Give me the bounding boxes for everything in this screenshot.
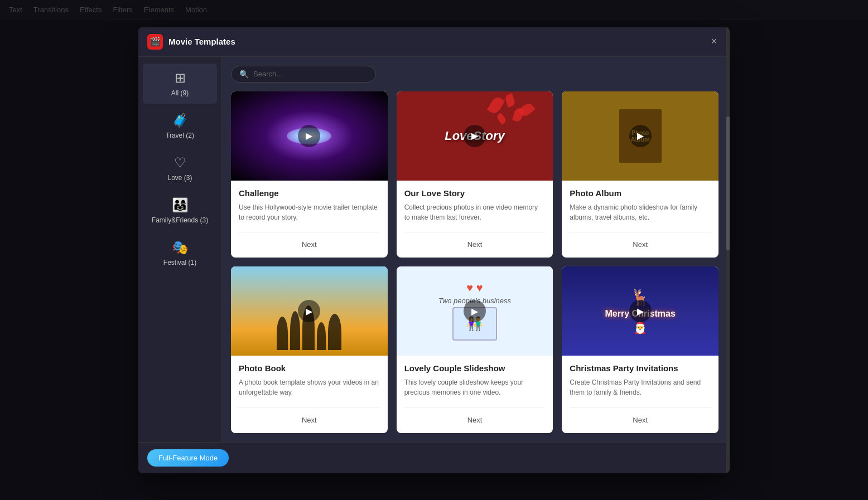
all-icon: ⊞ [175, 70, 186, 86]
festival-icon: 🎭 [172, 240, 189, 255]
template-card-couple: ♥ ♥ Two people's business 👫 ▶ Lovely Cou… [397, 266, 553, 433]
card-body-love: Our Love Story Collect precious photos i… [397, 181, 553, 258]
thumb-christmas: 🦌 Merry Christmas 🎅 ▶ [562, 266, 718, 356]
card-desc-couple: This lovely couple slideshow keeps your … [404, 377, 546, 401]
divider [570, 407, 711, 408]
card-title-love: Our Love Story [404, 188, 546, 198]
thumb-couple: ♥ ♥ Two people's business 👫 ▶ [397, 266, 553, 356]
silhouette-4 [317, 322, 326, 350]
card-desc-photobook: A photo book template shows your videos … [239, 377, 380, 401]
silhouette-2 [290, 311, 300, 350]
card-body-couple: Lovely Couple Slideshow This lovely coup… [397, 356, 553, 433]
thumb-love: LoveStory ▶ [397, 91, 553, 181]
thumb-album: Photo Album ▶ [562, 91, 718, 181]
card-title-album: Photo Album [570, 188, 711, 198]
family-icon: 👨‍👩‍👧 [172, 197, 189, 213]
template-card-love-story: LoveStory ▶ Our Love Story Collect preci… [397, 91, 553, 258]
santa-icon: 🎅 [633, 321, 647, 334]
divider [239, 232, 380, 232]
card-body-christmas: Christmas Party Invitations Create Chris… [562, 356, 718, 433]
scroll-thumb[interactable] [726, 116, 730, 250]
next-button-challenge[interactable]: Next [239, 239, 380, 250]
card-desc-challenge: Use this Hollywood-style movie trailer t… [239, 202, 380, 226]
template-card-photobook: ▶ Photo Book A photo book template shows… [231, 266, 388, 433]
play-button-album[interactable]: ▶ [629, 125, 652, 147]
all-label: All (9) [171, 89, 189, 97]
modal-title: Movie Templates [168, 37, 707, 46]
app-logo: 🎬 [147, 34, 163, 50]
play-button-love[interactable]: ▶ [464, 125, 486, 147]
card-desc-album: Make a dynamic photo slideshow for famil… [570, 202, 711, 226]
divider [239, 407, 380, 408]
play-button-challenge[interactable]: ▶ [298, 125, 320, 147]
card-title-photobook: Photo Book [239, 363, 380, 373]
card-body-challenge: Challenge Use this Hollywood-style movie… [231, 181, 388, 258]
thumb-challenge: ▶ [231, 91, 388, 181]
play-button-couple[interactable]: ▶ [464, 300, 486, 322]
card-body-album: Photo Album Make a dynamic photo slidesh… [562, 181, 718, 258]
card-title-challenge: Challenge [239, 188, 380, 198]
next-button-photobook[interactable]: Next [239, 415, 380, 425]
search-bar[interactable]: 🔍 [231, 66, 376, 82]
divider [570, 232, 711, 232]
card-desc-love: Collect precious photos in one video mem… [404, 202, 546, 226]
card-title-couple: Lovely Couple Slideshow [404, 363, 546, 373]
travel-label: Travel (2) [166, 132, 194, 139]
template-card-christmas: 🦌 Merry Christmas 🎅 ▶ Christmas Party In… [562, 266, 718, 433]
search-icon: 🔍 [239, 70, 249, 79]
family-label: Family&Friends (3) [152, 216, 208, 224]
template-content: 🔍 ▶ Challenge Use this Hollywood-style m… [222, 57, 730, 442]
scrollbar[interactable] [726, 57, 730, 442]
card-title-christmas: Christmas Party Invitations [570, 363, 711, 373]
modal-body: ⊞ All (9) 🧳 Travel (2) ♡ Love (3) 👨‍👩‍👧 … [138, 57, 730, 442]
card-desc-christmas: Create Christmas Party Invitations and s… [570, 377, 711, 401]
search-input[interactable] [253, 70, 368, 78]
play-button-christmas[interactable]: ▶ [629, 300, 652, 322]
heart-icon: ♥ ♥ [466, 281, 483, 294]
card-body-photobook: Photo Book A photo book template shows y… [231, 356, 388, 433]
love-label: Love (3) [167, 174, 192, 182]
travel-icon: 🧳 [172, 113, 189, 128]
next-button-love[interactable]: Next [404, 239, 546, 250]
love-icon: ♡ [174, 155, 186, 171]
sidebar-item-festival[interactable]: 🎭 Festival (1) [143, 233, 217, 273]
template-grid: ▶ Challenge Use this Hollywood-style mov… [231, 91, 721, 433]
divider [404, 407, 546, 408]
next-button-couple[interactable]: Next [404, 415, 546, 425]
silhouette-5 [328, 314, 341, 350]
festival-label: Festival (1) [163, 259, 196, 266]
next-button-album[interactable]: Next [570, 239, 711, 250]
full-feature-button[interactable]: Full-Feature Mode [147, 449, 229, 467]
close-button[interactable]: × [707, 35, 721, 48]
movie-templates-modal: 🎬 Movie Templates × ⊞ All (9) 🧳 Travel (… [138, 27, 730, 473]
play-button-photobook[interactable]: ▶ [298, 300, 320, 322]
template-card-album: Photo Album ▶ Photo Album Make a dynamic… [562, 91, 718, 258]
modal-footer: Full-Feature Mode [138, 442, 730, 473]
template-card-challenge: ▶ Challenge Use this Hollywood-style mov… [231, 91, 388, 258]
next-button-christmas[interactable]: Next [570, 415, 711, 425]
category-sidebar: ⊞ All (9) 🧳 Travel (2) ♡ Love (3) 👨‍👩‍👧 … [138, 57, 222, 442]
silhouette-1 [277, 317, 288, 350]
sidebar-item-family[interactable]: 👨‍👩‍👧 Family&Friends (3) [143, 191, 217, 231]
sidebar-item-all[interactable]: ⊞ All (9) [143, 64, 217, 104]
modal-overlay: 🎬 Movie Templates × ⊞ All (9) 🧳 Travel (… [0, 0, 868, 500]
modal-header: 🎬 Movie Templates × [138, 27, 730, 57]
thumb-photobook: ▶ [231, 266, 388, 356]
sidebar-item-love[interactable]: ♡ Love (3) [143, 148, 217, 188]
sidebar-item-travel[interactable]: 🧳 Travel (2) [143, 106, 217, 146]
divider [404, 232, 546, 232]
